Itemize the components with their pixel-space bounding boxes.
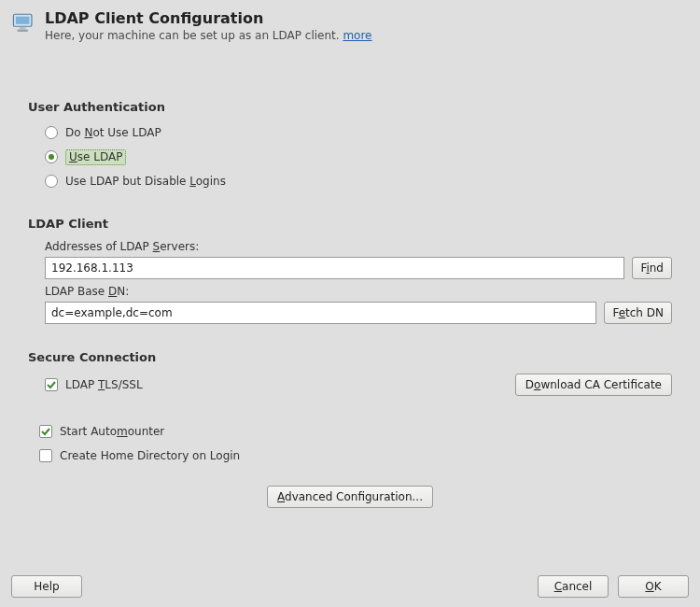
radio-use-ldap-disable-logins[interactable]: Use LDAP but Disable Logins bbox=[45, 172, 672, 191]
cancel-button[interactable]: Cancel bbox=[538, 575, 609, 598]
radio-label: Use LDAP bbox=[65, 149, 126, 165]
more-link[interactable]: more bbox=[343, 29, 371, 42]
start-automounter-checkbox-row[interactable]: Start Automounter bbox=[39, 422, 672, 441]
svg-rect-2 bbox=[20, 27, 26, 29]
section-secure-connection: Secure Connection bbox=[28, 350, 672, 364]
ok-button[interactable]: OK bbox=[618, 575, 689, 598]
radio-label: Use LDAP but Disable Logins bbox=[65, 175, 226, 188]
page-title: LDAP Client Configuration bbox=[45, 9, 372, 27]
radio-icon bbox=[45, 126, 58, 139]
radio-use-ldap[interactable]: Use LDAP bbox=[45, 148, 672, 166]
section-user-auth: User Authentication bbox=[28, 100, 672, 114]
radio-icon bbox=[45, 150, 58, 163]
checkbox-icon bbox=[39, 425, 52, 438]
download-ca-cert-button[interactable]: Download CA Certificate bbox=[515, 374, 672, 396]
start-automounter-label: Start Automounter bbox=[60, 425, 164, 438]
header-text: LDAP Client Configuration Here, your mac… bbox=[45, 9, 372, 42]
header: LDAP Client Configuration Here, your mac… bbox=[11, 9, 689, 42]
ldap-base-dn-field: LDAP Base DN: Fetch DN bbox=[45, 285, 672, 324]
ldap-base-dn-input[interactable] bbox=[45, 302, 596, 324]
radio-label: Do Not Use LDAP bbox=[65, 126, 161, 139]
monitor-icon bbox=[11, 11, 35, 35]
fetch-dn-button[interactable]: Fetch DN bbox=[604, 302, 672, 324]
section-ldap-client: LDAP Client bbox=[28, 217, 672, 231]
page-subtitle: Here, your machine can be set up as an L… bbox=[45, 29, 372, 42]
ldap-config-window: LDAP Client Configuration Here, your mac… bbox=[0, 0, 700, 607]
footer: Help Cancel OK bbox=[11, 568, 689, 598]
svg-rect-3 bbox=[18, 30, 28, 32]
ldap-servers-field: Addresses of LDAP Servers: Find bbox=[45, 240, 672, 279]
extra-options: Start Automounter Create Home Directory … bbox=[39, 422, 672, 465]
help-button[interactable]: Help bbox=[11, 575, 82, 598]
checkbox-icon bbox=[45, 378, 58, 391]
tls-ssl-label: LDAP TLS/SSL bbox=[65, 378, 143, 391]
tls-ssl-checkbox-row[interactable]: LDAP TLS/SSL bbox=[45, 378, 143, 391]
create-home-dir-checkbox-row[interactable]: Create Home Directory on Login bbox=[39, 446, 672, 465]
svg-rect-1 bbox=[16, 17, 30, 24]
content-area: User Authentication Do Not Use LDAP Use … bbox=[11, 59, 689, 568]
ldap-base-dn-label: LDAP Base DN: bbox=[45, 285, 672, 298]
create-home-dir-label: Create Home Directory on Login bbox=[60, 449, 240, 462]
ldap-servers-label: Addresses of LDAP Servers: bbox=[45, 240, 672, 253]
radio-do-not-use-ldap[interactable]: Do Not Use LDAP bbox=[45, 123, 672, 142]
radio-icon bbox=[45, 175, 58, 188]
find-button[interactable]: Find bbox=[632, 257, 672, 279]
checkbox-icon bbox=[39, 449, 52, 462]
advanced-config-button[interactable]: Advanced Configuration... bbox=[267, 486, 433, 508]
ldap-servers-input[interactable] bbox=[45, 257, 624, 279]
